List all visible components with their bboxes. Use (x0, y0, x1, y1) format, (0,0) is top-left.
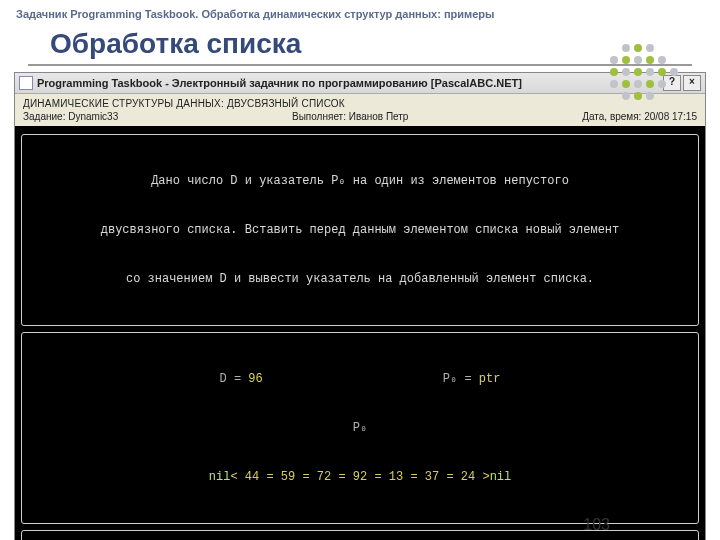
decor-dot-grid (610, 44, 680, 102)
list-body: < 44 = 59 = 72 = 92 = 13 = 37 = 24 > (230, 470, 489, 484)
meta-bar: ДИНАМИЧЕСКИЕ СТРУКТУРЫ ДАННЫХ: ДВУСВЯЗНЫ… (15, 94, 705, 126)
task-line-3: со значением D и вывести указатель на до… (32, 271, 688, 287)
app-icon (19, 76, 33, 90)
input-panel: D = 96 P₀ = ptr P₀ nil< 44 = 59 = 72 = 9… (21, 332, 699, 524)
slide-header: Задачник Programming Taskbook. Обработка… (0, 0, 720, 24)
list-suffix: nil (490, 470, 512, 484)
input-list-row: nil< 44 = 59 = 72 = 92 = 13 = 37 = 24 >n… (32, 469, 688, 485)
task-line-2: двусвязного списка. Вставить перед данны… (32, 222, 688, 238)
app-window: Programming Taskbook - Электронный задач… (14, 72, 706, 540)
page-number: 103 (583, 516, 610, 534)
window-title: Programming Taskbook - Электронный задач… (37, 77, 659, 89)
page-title: Обработка списка (50, 28, 301, 60)
task-panel: Дано число D и указатель P₀ на один из э… (21, 134, 699, 326)
d-value: 96 (248, 372, 262, 386)
task-line-1: Дано число D и указатель P₀ на один из э… (32, 173, 688, 189)
meta-heading: ДИНАМИЧЕСКИЕ СТРУКТУРЫ ДАННЫХ: ДВУСВЯЗНЫ… (23, 98, 697, 109)
performer-label: Выполняет: Иванов Петр (292, 111, 408, 122)
p0-marker: P₀ (32, 420, 688, 436)
list-prefix: nil (209, 470, 231, 484)
task-label: Задание: Dynamic33 (23, 111, 118, 122)
task-area: Дано число D и указатель P₀ на один из э… (15, 126, 705, 540)
datetime-label: Дата, время: 20/08 17:15 (582, 111, 697, 122)
input-d-row: D = 96 P₀ = ptr (32, 371, 688, 387)
p0-label: P₀ = (443, 372, 479, 386)
divider (28, 64, 692, 66)
close-button[interactable]: × (683, 75, 701, 91)
titlebar: Programming Taskbook - Электронный задач… (15, 73, 705, 94)
p0-value: ptr (479, 372, 501, 386)
d-label: D = (220, 372, 249, 386)
